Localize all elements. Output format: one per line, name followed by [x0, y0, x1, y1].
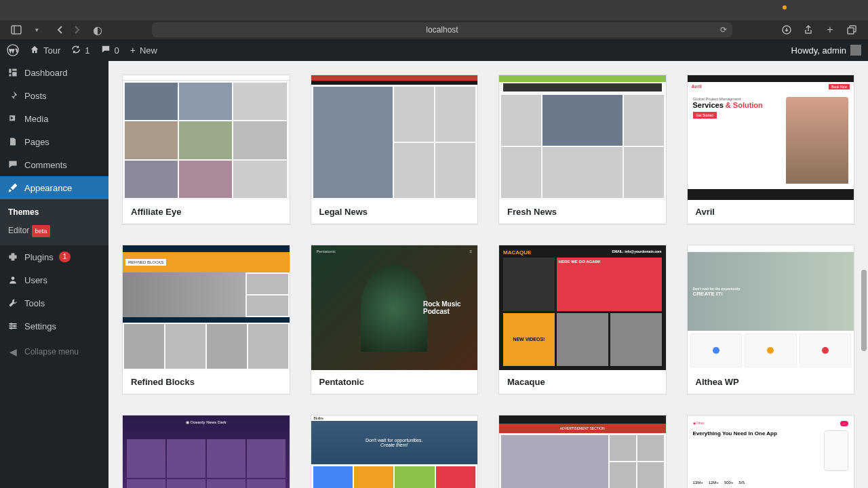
svg-point-11: [10, 327, 12, 329]
blufire-l2: Create them!: [366, 443, 423, 447]
menu-label: Tools: [24, 298, 45, 308]
back-button[interactable]: [53, 23, 66, 37]
wp-admin-viewport: Tour 1 0 + New Howdy, admin Dashboard: [0, 39, 868, 488]
comments-icon: [7, 159, 19, 171]
appearance-submenu: Themes Editor beta: [0, 199, 108, 245]
plus-icon: +: [130, 45, 136, 56]
menu-dashboard[interactable]: Dashboard: [0, 61, 108, 84]
theme-card-fresh-news[interactable]: Fresh News: [498, 75, 667, 224]
url-bar[interactable]: localhost ⟳: [152, 22, 732, 37]
wp-logo-icon[interactable]: [7, 44, 19, 56]
theme-name: Refined Blocks: [123, 370, 290, 394]
plugin-icon: [7, 251, 19, 263]
mac-brand: MACAQUE: [503, 249, 531, 256]
menu-posts[interactable]: Posts: [0, 84, 108, 107]
updates-link[interactable]: 1: [71, 45, 90, 56]
mac-email: EMAIL: info@yourdomain.com: [612, 249, 662, 256]
theme-thumbnail: AvrilBook Now Global Project Managment S…: [688, 75, 854, 200]
theme-name: Avril: [688, 200, 854, 224]
tools-icon: [7, 297, 19, 309]
theme-thumbnail: ◉ Oruo··· Everything You Need In One App…: [688, 415, 854, 488]
theme-thumbnail: REFINED BLOCKS: [123, 245, 290, 370]
theme-thumbnail: ADVERTISEMENT SECTION: [499, 415, 666, 488]
download-icon[interactable]: [780, 23, 793, 37]
site-name: Tour: [43, 45, 60, 56]
menu-appearance[interactable]: Appearance: [0, 176, 108, 199]
url-text: localhost: [426, 25, 458, 35]
pages-icon: [7, 136, 19, 148]
theme-name: Legal News: [311, 200, 478, 224]
menu-tools[interactable]: Tools: [0, 291, 108, 314]
plugins-badge: 1: [59, 251, 71, 262]
scrollbar-thumb[interactable]: [861, 270, 867, 351]
theme-name: Fresh News: [499, 200, 666, 224]
stat: 12M+: [709, 481, 719, 485]
menu-plugins[interactable]: Plugins 1: [0, 245, 108, 268]
comments-count: 0: [115, 45, 119, 56]
theme-card-althea-wp[interactable]: Don't wait for the opportunity.CREATE IT…: [687, 245, 855, 394]
admin-menu: Dashboard Posts Media Pages Comments App…: [0, 39, 108, 488]
avatar: [850, 45, 861, 56]
theme-card-macaque[interactable]: MACAQUEEMAIL: info@yourdomain.com HERE W…: [498, 245, 667, 394]
new-content-link[interactable]: + New: [130, 45, 157, 56]
comments-link[interactable]: 0: [101, 45, 119, 56]
theme-card-affiliate-eye[interactable]: Affiliate Eye: [122, 75, 290, 224]
menu-label: Users: [24, 275, 47, 285]
theme-thumbnail: [311, 75, 478, 200]
menu-media[interactable]: Media: [0, 107, 108, 130]
theme-card-oceanly[interactable]: ◉ Oceanly News Dark: [122, 415, 290, 488]
collapse-menu[interactable]: ◀ Collapse menu: [0, 340, 108, 363]
stat: 5/5: [738, 481, 744, 485]
menu-label: Dashboard: [24, 68, 68, 78]
beta-badge: beta: [32, 225, 51, 237]
stat: 500+: [724, 481, 734, 485]
dashboard-icon: [7, 66, 19, 79]
theme-name: Pentatonic: [311, 370, 478, 394]
submenu-editor[interactable]: Editor beta: [0, 221, 108, 241]
site-link[interactable]: Tour: [30, 45, 60, 56]
brush-icon: [7, 182, 19, 194]
menu-comments[interactable]: Comments: [0, 153, 108, 176]
theme-thumbnail: Pentatonic≡ Rock Music Podcast: [311, 245, 478, 370]
recording-indicator: [783, 5, 787, 9]
sidebar-toggle-icon[interactable]: [9, 23, 23, 37]
chevron-down-icon[interactable]: ▾: [30, 23, 43, 37]
stat: 13M+: [693, 481, 703, 485]
menu-settings[interactable]: Settings: [0, 314, 108, 338]
mac-hero: HERE WE GO AGAIN!: [557, 258, 662, 311]
new-tab-icon[interactable]: +: [823, 23, 837, 37]
menu-label: Comments: [24, 160, 67, 170]
theme-card-pentatonic[interactable]: Pentatonic≡ Rock Music Podcast Pentatoni…: [311, 245, 479, 394]
avril-btn: Get Started: [693, 112, 717, 119]
my-account[interactable]: Howdy, admin: [791, 45, 861, 56]
reload-icon[interactable]: ⟳: [720, 25, 727, 35]
theme-card-avril[interactable]: AvrilBook Now Global Project Managment S…: [687, 75, 855, 224]
collapse-icon: ◀: [7, 346, 19, 358]
new-label: New: [140, 45, 157, 56]
theme-card-blufire[interactable]: Blufire Don't wait for opportunities.Cre…: [311, 415, 479, 488]
theme-card-oruo[interactable]: ◉ Oruo··· Everything You Need In One App…: [687, 415, 855, 488]
menu-label: Pages: [24, 137, 50, 147]
theme-card-newscard[interactable]: ADVERTISEMENT SECTION: [498, 415, 667, 488]
pin-icon: [7, 89, 19, 102]
share-icon[interactable]: [802, 23, 815, 37]
theme-thumbnail: ◉ Oceanly News Dark: [123, 415, 290, 488]
avril-t2: & Solution: [724, 101, 763, 109]
theme-card-refined-blocks[interactable]: REFINED BLOCKS Refined Blocks: [122, 245, 290, 394]
theme-thumbnail: [123, 75, 290, 200]
wp-adminbar: Tour 1 0 + New Howdy, admin: [0, 39, 868, 61]
theme-thumbnail: MACAQUEEMAIL: info@yourdomain.com HERE W…: [499, 245, 666, 370]
menu-pages[interactable]: Pages: [0, 130, 108, 153]
submenu-themes[interactable]: Themes: [0, 203, 108, 221]
forward-button[interactable]: [71, 23, 84, 37]
avril-logo: Avril: [692, 84, 702, 89]
shield-icon[interactable]: ◐: [91, 23, 104, 37]
theme-card-legal-news[interactable]: Legal News: [311, 75, 479, 224]
menu-users[interactable]: Users: [0, 268, 108, 291]
tabs-icon[interactable]: [845, 23, 859, 37]
editor-label: Editor: [8, 226, 29, 235]
theme-thumbnail: Don't wait for the opportunity.CREATE IT…: [688, 245, 854, 370]
menu-label: Appearance: [24, 183, 72, 193]
updates-count: 1: [85, 45, 90, 56]
menu-label: Plugins: [24, 252, 54, 262]
